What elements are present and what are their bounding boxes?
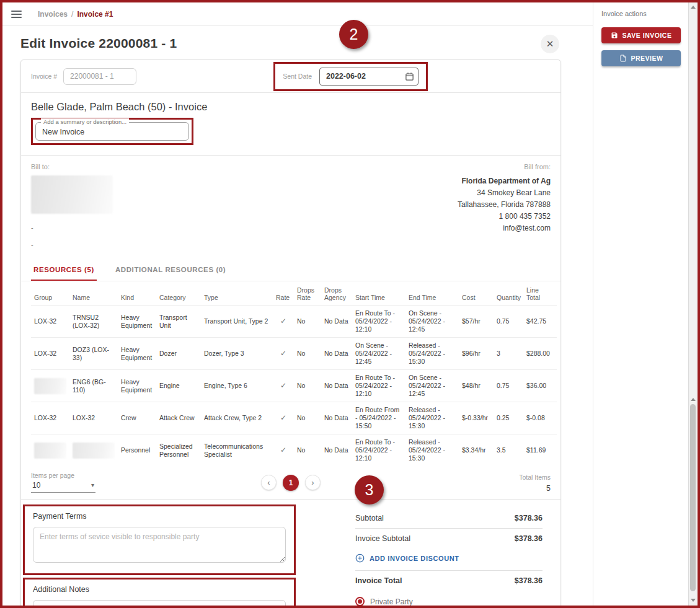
invoice-number-field: Invoice # xyxy=(31,68,136,85)
close-icon[interactable]: ✕ xyxy=(541,35,559,53)
radio-private-party-label: Private Party xyxy=(370,597,413,606)
caret-down-icon: ▾ xyxy=(91,482,94,488)
cell-name: ENG6 (BG-110) xyxy=(69,370,118,402)
bill-to-bullet: - xyxy=(31,224,113,231)
items-per-page-value: 10 xyxy=(32,481,40,490)
totals-panel: Subtotal $378.36 Invoice Subtotal $378.3… xyxy=(355,504,551,608)
cell-drops-agency: No Data xyxy=(321,402,352,434)
sent-date-input[interactable] xyxy=(319,68,419,86)
breadcrumb-separator: / xyxy=(71,10,73,19)
add-invoice-discount-label: ADD INVOICE DISCOUNT xyxy=(370,555,459,562)
cell-cost: $48/hr xyxy=(459,370,494,402)
pagination-row: Items per page 10 ▾ ‹ 1 › Total Items 5 xyxy=(21,466,560,499)
tab-resources[interactable]: RESOURCES (5) xyxy=(31,257,97,281)
additional-notes-label: Additional Notes xyxy=(33,585,286,594)
calendar-icon[interactable] xyxy=(405,72,414,81)
scrollbar-up-arrow-icon[interactable] xyxy=(691,6,696,9)
resources-table: Group Name Kind Category Type Rate Drops… xyxy=(31,281,557,466)
cell-kind: Heavy Equipment xyxy=(118,306,156,338)
scrollbar-down-arrow-icon[interactable] xyxy=(691,599,696,602)
breadcrumb-current-invoice: Invoice #1 xyxy=(77,10,113,19)
payment-terms-label: Payment Terms xyxy=(33,512,286,521)
cell-quantity: 0.75 xyxy=(494,370,523,402)
invoice-total-row: Invoice Total $378.36 xyxy=(355,571,543,591)
col-drops-rate: Drops Rate xyxy=(294,281,321,306)
cell-line-total: $36.00 xyxy=(523,370,557,402)
chevron-left-icon: ‹ xyxy=(267,478,270,487)
cell-line-total: $288.00 xyxy=(523,338,557,370)
document-icon xyxy=(619,55,627,62)
cell-name: DOZ3 (LOX-33) xyxy=(69,338,118,370)
scrollbar-mid-arrow-icon xyxy=(691,398,696,401)
breadcrumb: Invoices / Invoice #1 xyxy=(38,10,113,19)
cell-category: Attack Crew xyxy=(156,402,201,434)
scrollbar-thumb[interactable] xyxy=(690,404,696,591)
items-per-page-label: Items per page xyxy=(31,472,95,479)
preview-label: PREVIEW xyxy=(631,55,663,62)
table-header-row: Group Name Kind Category Type Rate Drops… xyxy=(31,281,557,306)
menu-icon[interactable] xyxy=(11,9,22,20)
tab-additional-resources[interactable]: ADDITIONAL RESOURCES (0) xyxy=(113,257,228,281)
cell-line-total: $11.69 xyxy=(523,434,557,467)
total-items-value: 5 xyxy=(519,484,551,493)
preview-button[interactable]: PREVIEW xyxy=(601,50,681,66)
cell-quantity: 3 xyxy=(494,338,523,370)
additional-notes-textarea[interactable]: Bill Total divided among 1 responsible p… xyxy=(33,600,286,608)
radio-private-party[interactable]: Private Party xyxy=(355,594,543,608)
cell-drops-rate: No xyxy=(294,434,321,467)
cell-type: Engine, Type 6 xyxy=(201,370,273,402)
check-icon: ✓ xyxy=(280,381,286,390)
page-title: Edit Invoice 22000081 - 1 xyxy=(20,36,177,51)
cell-cost: $57/hr xyxy=(459,306,494,338)
col-group: Group xyxy=(31,281,69,306)
redacted-group-cell xyxy=(34,378,66,394)
bill-from-phone: 1 800 435 7352 xyxy=(458,211,551,222)
cell-drops-agency: No Data xyxy=(321,370,352,402)
payment-terms-annotation-box: Payment Terms xyxy=(23,504,296,575)
page-scrollbar[interactable] xyxy=(688,2,698,606)
cell-cost: $3.34/hr xyxy=(459,434,494,467)
save-invoice-button[interactable]: SAVE INVOICE xyxy=(601,27,681,43)
cell-kind: Heavy Equipment xyxy=(118,370,156,402)
summary-input[interactable]: Add a summary or description... New Invo… xyxy=(35,122,189,141)
prev-page-button[interactable]: ‹ xyxy=(261,475,277,490)
bill-from-org: Florida Department of Ag xyxy=(458,175,551,187)
col-type: Type xyxy=(201,281,273,306)
cell-name: LOX-32 xyxy=(69,402,118,434)
check-icon: ✓ xyxy=(280,446,286,454)
breadcrumb-invoices[interactable]: Invoices xyxy=(38,10,68,19)
next-page-button[interactable]: › xyxy=(305,475,321,490)
col-drops-agency: Drops Agency xyxy=(321,281,352,306)
annotation-step-3: 3 xyxy=(355,475,384,504)
cell-end-time: Released - 05/24/2022 - 15:30 xyxy=(405,338,459,370)
bottom-section: Payment Terms Additional Notes Bill Tota… xyxy=(21,500,560,608)
chevron-right-icon: › xyxy=(311,478,314,487)
summary-input-value: New Invoice xyxy=(42,128,182,136)
cell-end-time: Released - 05/24/2022 - 15:30 xyxy=(405,402,459,434)
payment-terms-textarea[interactable] xyxy=(33,527,286,563)
cell-type: Transport Unit, Type 2 xyxy=(201,306,273,338)
table-row: ENG6 (BG-110) Heavy Equipment Engine Eng… xyxy=(31,370,557,402)
additional-notes-annotation-box: Additional Notes Bill Total divided amon… xyxy=(23,578,296,608)
resource-tabs: RESOURCES (5) ADDITIONAL RESOURCES (0) xyxy=(21,257,560,281)
check-icon: ✓ xyxy=(280,317,286,325)
invoice-number-input[interactable] xyxy=(63,68,136,85)
title-row: Edit Invoice 22000081 - 1 ✕ xyxy=(2,26,593,58)
cell-cost: $-0.33/hr xyxy=(459,402,494,434)
current-page-button[interactable]: 1 xyxy=(283,475,299,491)
summary-section: Belle Glade, Palm Beach (50) - Invoice A… xyxy=(21,93,560,155)
cell-drops-agency: No Data xyxy=(321,306,352,338)
items-per-page-select[interactable]: 10 ▾ xyxy=(31,479,95,493)
add-invoice-discount-button[interactable]: ADD INVOICE DISCOUNT xyxy=(355,549,543,571)
cell-name: TRNSU2 (LOX-32) xyxy=(69,306,118,338)
cell-category: Dozer xyxy=(156,338,201,370)
cell-kind: Personnel xyxy=(118,434,156,467)
cell-kind: Crew xyxy=(118,402,156,434)
subtotal-value: $378.36 xyxy=(515,514,543,522)
cell-drops-agency: No Data xyxy=(321,434,352,467)
cell-category: Transport Unit xyxy=(156,306,201,338)
subtotal-row: Subtotal $378.36 xyxy=(355,508,543,529)
bill-from-email: info@test.com xyxy=(458,222,551,234)
cell-drops-rate: No xyxy=(294,402,321,434)
bill-from-block: Bill from: Florida Department of Ag 34 S… xyxy=(458,163,551,249)
